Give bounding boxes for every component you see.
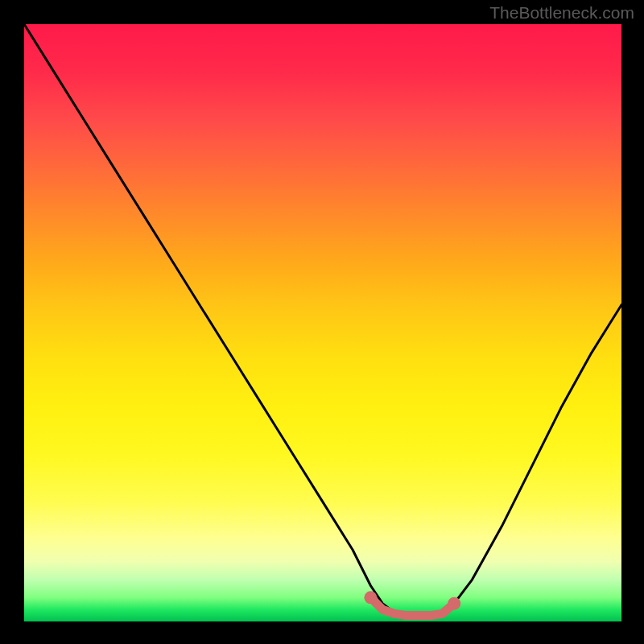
svg-point-1 [448, 597, 460, 610]
chart-plot-area [24, 24, 621, 621]
watermark-text: TheBottleneck.com [489, 3, 634, 23]
svg-point-0 [364, 591, 377, 604]
bottleneck-curve [24, 24, 621, 616]
optimal-marker [364, 591, 460, 615]
chart-svg [24, 24, 621, 621]
